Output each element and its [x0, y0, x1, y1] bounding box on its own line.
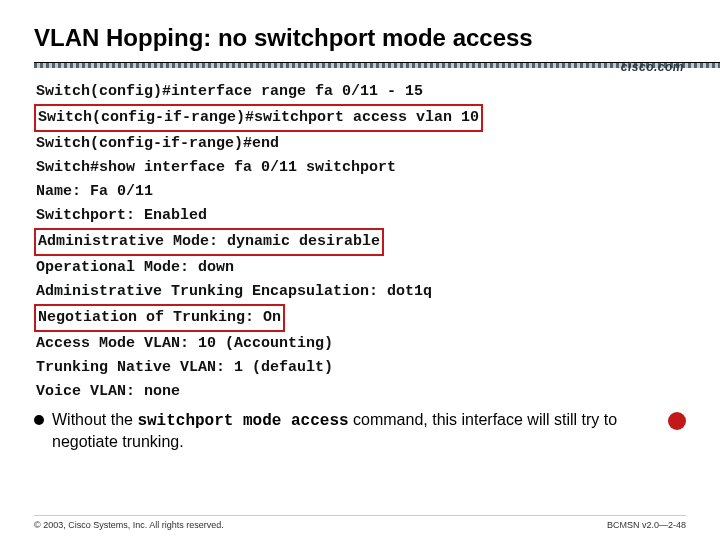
terminal-line-highlighted: Administrative Mode: dynamic desirable [34, 228, 384, 256]
terminal-line: Switchport: Enabled [34, 204, 686, 228]
terminal-line: Access Mode VLAN: 10 (Accounting) [34, 332, 686, 356]
terminal-line: Switch#show interface fa 0/11 switchport [34, 156, 686, 180]
footer-page: BCMSN v2.0—2-48 [607, 520, 686, 530]
bullet-row: Without the switchport mode access comma… [34, 410, 686, 453]
bullet-icon [34, 415, 44, 425]
slide-title: VLAN Hopping: no switchport mode access [34, 24, 686, 52]
bullet-keyword: switchport mode access [137, 412, 348, 430]
bullet-text: Without the switchport mode access comma… [52, 410, 660, 453]
terminal-line: Name: Fa 0/11 [34, 180, 686, 204]
terminal-line: Switch(config)#interface range fa 0/11 -… [34, 80, 686, 104]
footer: © 2003, Cisco Systems, Inc. All rights r… [34, 515, 686, 530]
terminal-line: Operational Mode: down [34, 256, 686, 280]
terminal-line-highlighted: Negotiation of Trunking: On [34, 304, 285, 332]
terminal-output: Switch(config)#interface range fa 0/11 -… [34, 80, 686, 404]
terminal-line: Voice VLAN: none [34, 380, 686, 404]
bullet-prefix: Without the [52, 411, 137, 428]
brand-label: cisco.com [621, 60, 684, 74]
terminal-line: Administrative Trunking Encapsulation: d… [34, 280, 686, 304]
slide: VLAN Hopping: no switchport mode access … [0, 0, 720, 540]
accent-dot-icon [668, 412, 686, 430]
terminal-line-highlighted: Switch(config-if-range)#switchport acces… [34, 104, 483, 132]
divider-bar [34, 62, 720, 68]
footer-copyright: © 2003, Cisco Systems, Inc. All rights r… [34, 520, 224, 530]
terminal-line: Switch(config-if-range)#end [34, 132, 686, 156]
terminal-line: Trunking Native VLAN: 1 (default) [34, 356, 686, 380]
